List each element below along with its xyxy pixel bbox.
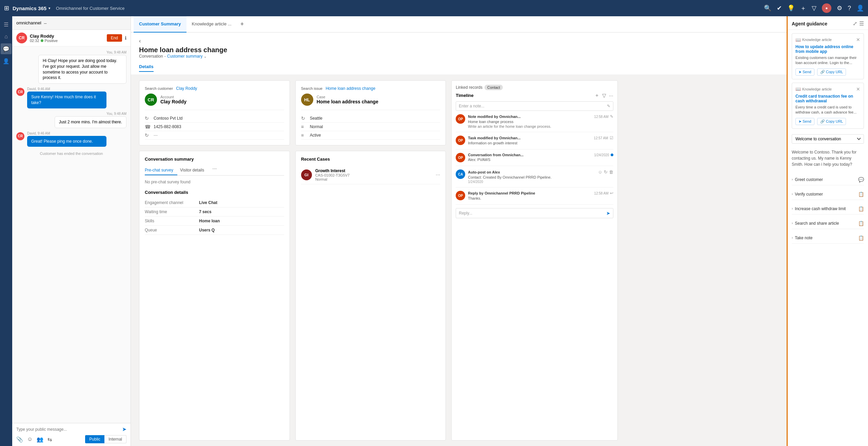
help-icon[interactable]: ?: [848, 5, 851, 12]
reply-placeholder[interactable]: Reply...: [459, 211, 472, 216]
customer-msg-group-2: David, 9:46 AM Great! Please ping me onc…: [27, 131, 126, 147]
attach-icon[interactable]: 📎: [16, 436, 23, 443]
reply-send-button[interactable]: ➤: [606, 210, 610, 216]
timeline-more-icon[interactable]: ···: [609, 93, 613, 98]
field-other: ↻ ---: [145, 131, 284, 140]
kc-send-1[interactable]: ➤ Send: [795, 68, 814, 76]
ag-step-search[interactable]: › Search and share article 📋: [792, 218, 864, 229]
greet-step-icon: 💬: [858, 177, 864, 182]
case-search-value[interactable]: Home loan address change: [326, 86, 375, 91]
case-location: Seattle: [310, 116, 322, 121]
timeline-add-icon[interactable]: ＋: [594, 92, 599, 99]
case-item-id: CAS-01002-T3G5V7: [315, 173, 432, 177]
conv-details-title: Conversation details: [145, 190, 284, 195]
timeline-linked-row: Linked records Contact: [456, 85, 613, 90]
minimize-button[interactable]: –: [44, 20, 47, 26]
conv-tab-more-icon[interactable]: ···: [212, 166, 217, 175]
sidebar-item-menu[interactable]: ☰: [1, 19, 12, 30]
field-phone: ☎ 1425-882-8083: [145, 123, 284, 131]
filter-icon[interactable]: ▽: [812, 4, 816, 12]
kc-close-1[interactable]: ✕: [856, 37, 860, 42]
case-item-more-icon[interactable]: ···: [436, 172, 440, 178]
tl-icon-5: ↩: [610, 191, 613, 196]
page-title: Home loan address change: [139, 46, 778, 54]
ag-step-search-label: › Search and share article: [792, 221, 839, 226]
quick-reply-icon[interactable]: 👥: [37, 436, 43, 443]
ag-step-verify[interactable]: › Verify customer 📋: [792, 189, 864, 200]
settings-icon[interactable]: ⚙: [837, 4, 842, 12]
info-icon[interactable]: ℹ: [125, 35, 126, 41]
add-icon[interactable]: ＋: [800, 4, 806, 12]
emoji-icon[interactable]: ☺: [27, 436, 33, 443]
kc-title-2[interactable]: Credit card transaction fee on cash with…: [795, 94, 860, 103]
chat-user-avatar: CR: [16, 33, 27, 43]
back-button[interactable]: ‹: [139, 38, 141, 44]
brand-name: Dynamics 365: [13, 5, 46, 11]
end-chat-button[interactable]: End: [107, 34, 122, 42]
breadcrumb-prefix: Conversation: [139, 54, 163, 59]
apps-icon[interactable]: ⊞: [4, 4, 9, 12]
tab-knowledge-article[interactable]: Knowledge article ...: [186, 16, 237, 33]
ag-step-cash[interactable]: › Increase cash withdraw limit 📋: [792, 203, 864, 215]
conv-detail-skills: Skills Home loan: [145, 217, 284, 226]
ag-step-greet[interactable]: › Greet customer 💬: [792, 174, 864, 185]
chat-send-button[interactable]: ➤: [122, 426, 126, 432]
case-priority: Normal: [310, 124, 323, 129]
case-status: Active: [310, 133, 321, 138]
brand-chevron-icon[interactable]: ▾: [48, 6, 51, 11]
kc-close-2[interactable]: ✕: [856, 86, 860, 92]
recent-cases-card: Recent Cases GI Growth Interest CAS-0100…: [295, 151, 446, 441]
customer-search-value[interactable]: Clay Roddy: [176, 86, 197, 91]
tab-details[interactable]: Details: [139, 62, 154, 72]
sidebar-item-home[interactable]: ⌂: [1, 31, 12, 42]
tl-header-5: Reply by Omnichannel PRRD Pipeline 12:58…: [468, 191, 613, 196]
kc-copy-url-1[interactable]: 🔗 Copy URL: [817, 68, 846, 76]
tab-pre-chat-survey[interactable]: Pre-chat survey: [145, 166, 177, 175]
contact-badge[interactable]: Contact: [485, 85, 503, 90]
greet-customer-label: Greet customer: [795, 177, 823, 182]
breadcrumb-separator: -: [164, 54, 166, 59]
lightbulb-icon[interactable]: 💡: [787, 4, 795, 12]
chat-input[interactable]: [16, 427, 119, 432]
breadcrumb-chevron-icon[interactable]: ⌄: [204, 55, 206, 58]
conv-skills-value: Home loan: [199, 219, 220, 223]
public-mode-button[interactable]: Public: [85, 435, 104, 443]
timeline-actions: ＋ ▽ ···: [594, 92, 613, 99]
case-item-info: Growth Interest CAS-01002-T3G5V7 Normal: [315, 168, 432, 181]
timeline-note-input[interactable]: Enter a note... ✎: [456, 101, 613, 111]
sidebar-item-chat[interactable]: 💬: [1, 43, 12, 54]
kc-copy-url-2[interactable]: 🔗 Copy URL: [817, 118, 846, 125]
account-avatar: CR: [145, 94, 157, 106]
left-column: Search customer Clay Roddy CR Account Cl…: [139, 80, 446, 441]
tl-content-1: Note modified by Omnichan... 12:58 AM ✎ …: [468, 114, 613, 128]
breadcrumb-link[interactable]: Customer summary: [167, 54, 203, 59]
internal-mode-button[interactable]: Internal: [104, 435, 126, 443]
detail-tabs: Details: [139, 62, 778, 72]
tl-refresh-4: ↻: [604, 169, 608, 175]
linked-records-label: Linked records: [456, 85, 482, 90]
kc-send-2[interactable]: ➤ Send: [795, 118, 814, 125]
link-icon-2: 🔗: [820, 119, 825, 124]
send-label-2: Send: [803, 119, 811, 123]
tl-time-5: 12:58 AM: [594, 191, 608, 195]
timeline-filter-icon[interactable]: ▽: [602, 93, 606, 99]
kc-title-1[interactable]: How to update address online from mobile…: [795, 44, 860, 54]
user-icon[interactable]: 👤: [856, 4, 864, 12]
tab-customer-summary[interactable]: Customer Summary: [134, 16, 186, 33]
timeline-item-1: OP Note modified by Omnichan... 12:58 AM…: [456, 114, 613, 132]
ag-step-note[interactable]: › Take note 📋: [792, 232, 864, 244]
kb-icon[interactable]: ⇆: [47, 436, 52, 443]
tab-visitor-details[interactable]: Visitor details: [180, 166, 208, 175]
tab-add-button[interactable]: +: [237, 16, 248, 33]
search-icon[interactable]: 🔍: [764, 4, 771, 12]
ag-title: Agent guidance: [792, 21, 827, 26]
welcome-message-select[interactable]: Welcome to conversation Thank you for ca…: [792, 134, 864, 144]
step-chevron-verify: ›: [792, 192, 793, 196]
timeline-item-5: OP Reply by Omnichannel PRRD Pipeline 12…: [456, 191, 613, 205]
checkmark-icon[interactable]: ✔: [777, 4, 782, 12]
msg-time-1: You, 9:48 AM Hi Clay! Hope your are doin…: [16, 50, 126, 84]
ag-expand-icon[interactable]: ⤢: [853, 20, 857, 27]
notification-badge[interactable]: ●: [822, 3, 831, 13]
sidebar-item-user[interactable]: 👤: [1, 56, 12, 66]
ag-list-icon[interactable]: ☰: [859, 20, 864, 27]
